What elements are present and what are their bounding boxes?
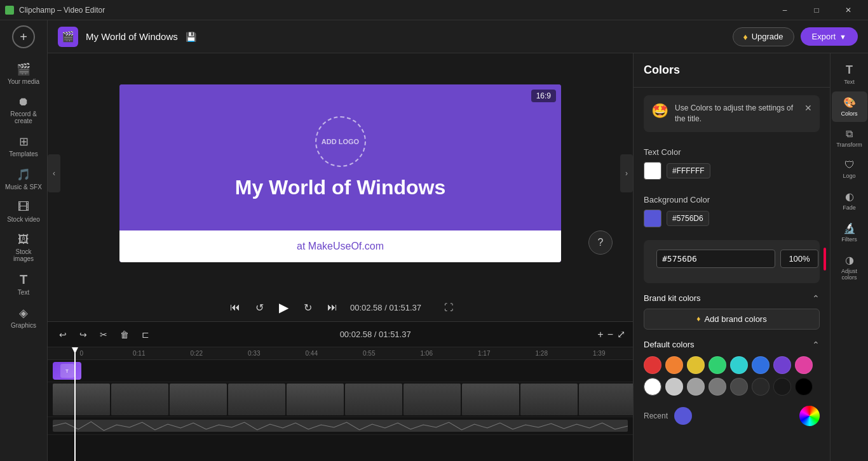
opacity-input[interactable] bbox=[780, 250, 818, 268]
color-wheel-button[interactable] bbox=[799, 406, 820, 426]
titlebar: Clipchamp – Video Editor – □ ✕ bbox=[0, 0, 868, 20]
sidebar-item-graphics[interactable]: ◈ Graphics bbox=[2, 302, 45, 333]
title-track: T bbox=[48, 360, 633, 382]
timeline-tracks: 0 0:11 0:22 0:33 0:44 0:55 1:06 1:17 1:2… bbox=[48, 347, 633, 461]
tool-item-label: Adjust colors bbox=[834, 268, 865, 281]
play-button[interactable]: ▶ bbox=[276, 297, 291, 317]
colors-grid bbox=[644, 356, 820, 396]
color-dot[interactable] bbox=[773, 378, 791, 396]
filters-tool-icon: 🔬 bbox=[843, 222, 856, 234]
color-dot[interactable] bbox=[665, 356, 683, 374]
skip-to-end-button[interactable]: ⏭ bbox=[325, 299, 340, 316]
color-dot[interactable] bbox=[795, 356, 813, 374]
color-dot[interactable] bbox=[752, 378, 770, 396]
title-clip[interactable]: T bbox=[53, 362, 81, 380]
close-button[interactable]: ✕ bbox=[834, 0, 863, 20]
text-color-swatch[interactable] bbox=[644, 162, 661, 180]
rewind-button[interactable]: ↺ bbox=[253, 299, 266, 316]
minimize-button[interactable]: – bbox=[770, 0, 799, 20]
background-color-swatch[interactable] bbox=[644, 210, 661, 227]
sidebar-item-stock-images[interactable]: 🖼 Stock images bbox=[2, 229, 45, 266]
ruler-mark: 1:06 bbox=[398, 350, 456, 357]
playhead[interactable] bbox=[74, 347, 76, 461]
tool-item-fade[interactable]: ◐ Fade bbox=[832, 185, 867, 216]
undo-button[interactable]: ↩ bbox=[55, 327, 71, 342]
logo-placeholder-text: ADD LOGO bbox=[322, 138, 359, 145]
sidebar-item-text[interactable]: T Text bbox=[2, 269, 45, 300]
export-label: Export bbox=[812, 32, 836, 41]
background-color-row: #5756D6 bbox=[644, 210, 820, 227]
logo-placeholder[interactable]: ADD LOGO bbox=[315, 116, 366, 167]
auto-save-icon: 💾 bbox=[186, 32, 196, 42]
info-close-button[interactable]: ✕ bbox=[804, 103, 812, 113]
default-colors-collapse-button[interactable]: ⌃ bbox=[812, 340, 820, 350]
default-colors-header: Default colors ⌃ bbox=[644, 340, 820, 350]
color-dot[interactable] bbox=[644, 378, 661, 396]
preview-title: My World of Windows bbox=[235, 176, 446, 199]
transparent-swatch[interactable] bbox=[824, 248, 826, 271]
color-dot[interactable] bbox=[687, 356, 705, 374]
color-hex-input[interactable] bbox=[656, 250, 775, 268]
fullscreen-button[interactable]: ⛶ bbox=[444, 302, 453, 312]
color-dot[interactable] bbox=[752, 356, 770, 374]
add-brand-colors-button[interactable]: ♦ Add brand colors bbox=[644, 309, 820, 330]
text-color-row: #FFFFFF bbox=[644, 162, 820, 180]
logo-tool-icon: 🛡 bbox=[844, 159, 855, 171]
export-chevron-icon: ▼ bbox=[839, 33, 846, 41]
tool-item-transform[interactable]: ⧉ Transform bbox=[832, 123, 867, 153]
color-dot[interactable] bbox=[730, 356, 748, 374]
recent-color-swatch[interactable] bbox=[674, 407, 692, 425]
video-clip-strip[interactable] bbox=[53, 384, 628, 415]
color-dot[interactable] bbox=[709, 356, 726, 374]
skip-to-start-button[interactable]: ⏮ bbox=[227, 299, 243, 316]
sidebar-item-templates[interactable]: ⊞ Templates bbox=[2, 131, 45, 161]
export-button[interactable]: Export ▼ bbox=[801, 27, 858, 46]
sidebar-item-label: Your media bbox=[8, 78, 39, 85]
music-icon: 🎵 bbox=[17, 168, 31, 182]
zoom-out-button[interactable]: − bbox=[607, 329, 613, 340]
timeline-zoom: + − ⤢ bbox=[597, 328, 625, 340]
color-dot[interactable] bbox=[665, 378, 683, 396]
tool-item-logo[interactable]: 🛡 Logo bbox=[832, 154, 867, 184]
delete-button[interactable]: 🗑 bbox=[116, 327, 133, 342]
video-thumb bbox=[520, 384, 578, 415]
upgrade-button[interactable]: ♦ Upgrade bbox=[733, 27, 794, 46]
sidebar-item-label: Stock images bbox=[4, 248, 43, 262]
sidebar-item-record-create[interactable]: ⏺ Record & create bbox=[2, 91, 45, 128]
sidebar-item-label: Stock video bbox=[7, 216, 40, 223]
current-time: 00:02 bbox=[350, 303, 371, 312]
sidebar-item-stock-video[interactable]: 🎞 Stock video bbox=[2, 197, 45, 227]
help-button[interactable]: ? bbox=[588, 230, 613, 255]
fit-timeline-button[interactable]: ⤢ bbox=[617, 328, 625, 340]
brand-kit-title: Brand kit colors bbox=[644, 293, 701, 303]
color-dot[interactable] bbox=[687, 378, 705, 396]
split-button[interactable]: ⊏ bbox=[138, 327, 153, 342]
tool-item-label: Colors bbox=[841, 110, 857, 117]
color-dot[interactable] bbox=[644, 356, 661, 374]
tool-item-adjust-colors[interactable]: ◑ Adjust colors bbox=[832, 249, 867, 286]
cut-button[interactable]: ✂ bbox=[96, 327, 111, 342]
sidebar-item-label: Graphics bbox=[11, 322, 36, 329]
tool-item-colors[interactable]: 🎨 Colors bbox=[832, 91, 867, 122]
colors-tool-icon: 🎨 bbox=[843, 97, 856, 109]
sidebar-item-your-media[interactable]: 🎬 Your media bbox=[2, 58, 45, 89]
collapse-left-button[interactable]: ‹ bbox=[48, 154, 60, 192]
color-dot[interactable] bbox=[795, 378, 813, 396]
add-content-button[interactable]: + bbox=[12, 25, 35, 48]
background-color-hex: #5756D6 bbox=[667, 211, 709, 226]
redo-button[interactable]: ↪ bbox=[76, 327, 91, 342]
brand-collapse-button[interactable]: ⌃ bbox=[812, 293, 820, 304]
color-dot[interactable] bbox=[730, 378, 748, 396]
fast-forward-button[interactable]: ↻ bbox=[301, 299, 315, 316]
color-dot[interactable] bbox=[773, 356, 791, 374]
color-dot[interactable] bbox=[709, 378, 726, 396]
zoom-in-button[interactable]: + bbox=[597, 329, 603, 340]
tool-item-text[interactable]: T Text bbox=[832, 58, 867, 90]
tool-item-filters[interactable]: 🔬 Filters bbox=[832, 217, 867, 248]
video-thumb bbox=[345, 384, 402, 415]
sidebar-item-music-sfx[interactable]: 🎵 Music & SFX bbox=[2, 164, 45, 194]
info-banner: 🤩 Use Colors to adjust the settings of t… bbox=[644, 95, 820, 132]
maximize-button[interactable]: □ bbox=[802, 0, 831, 20]
timeline-current-time: 00:02.58 / 01:51.37 bbox=[158, 330, 592, 339]
collapse-right-button[interactable]: › bbox=[620, 154, 633, 192]
